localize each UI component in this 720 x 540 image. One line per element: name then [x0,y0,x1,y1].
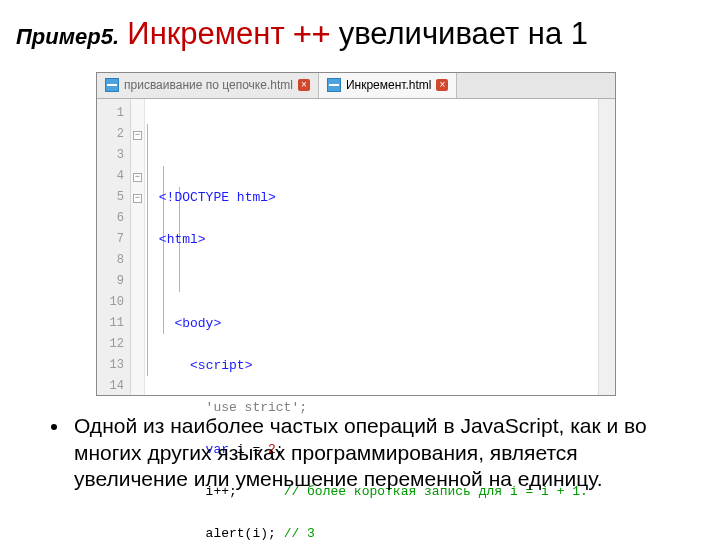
bullet-item: Одной из наиболее частых операций в Java… [70,413,690,492]
line-number: 13 [97,355,124,376]
line-number: 14 [97,376,124,397]
code-token: <!DOCTYPE html> [159,190,276,205]
tab-active-label: Инкремент.html [346,78,432,92]
code-area[interactable]: 1 2 3 4 5 6 7 8 9 10 11 12 13 14 − − − [97,99,615,395]
code-token: script [198,358,245,373]
title-prefix: Пример5. [16,24,119,49]
line-number: 6 [97,208,124,229]
code-token: < [159,232,167,247]
code-token: alert(i); [206,526,284,540]
bullet-text-block: Одной из наиболее частых операций в Java… [46,413,690,492]
fold-toggle-icon[interactable]: − [133,194,142,203]
svg-rect-3 [329,84,339,86]
close-icon[interactable]: × [436,79,448,91]
code-token: > [213,316,221,331]
code-token: > [198,232,206,247]
line-number: 8 [97,250,124,271]
html-file-icon [105,78,119,92]
svg-rect-1 [107,84,117,86]
html-file-icon [327,78,341,92]
line-number: 10 [97,292,124,313]
title-red-op: ++ [293,15,330,51]
title-rest: увеличивает на 1 [339,16,588,51]
line-number: 11 [97,313,124,334]
line-number: 3 [97,145,124,166]
line-number-gutter: 1 2 3 4 5 6 7 8 9 10 11 12 13 14 [97,99,131,395]
code-token: < [190,358,198,373]
line-number: 9 [97,271,124,292]
tab-active[interactable]: Инкремент.html × [319,73,458,98]
line-number: 1 [97,103,124,124]
code-editor: присваивание по цепочке.html × Инкремент… [96,72,616,396]
title-red-word: Инкремент [127,16,284,51]
close-icon[interactable]: × [298,79,310,91]
code-token: body [182,316,213,331]
fold-column: − − − [131,99,145,395]
scrollbar[interactable] [598,99,615,395]
slide-title: Пример5. Инкремент ++ увеличивает на 1 [0,0,720,58]
code-token: html [167,232,198,247]
fold-toggle-icon[interactable]: − [133,173,142,182]
indent-guide [147,124,148,376]
tabbar: присваивание по цепочке.html × Инкремент… [97,73,615,99]
line-number: 12 [97,334,124,355]
code-token: > [245,358,253,373]
code-token: // 3 [284,526,315,540]
line-number: 7 [97,229,124,250]
line-number: 2 [97,124,124,145]
tab-inactive-label: присваивание по цепочке.html [124,78,293,92]
line-number: 4 [97,166,124,187]
code-text[interactable]: <!DOCTYPE html> <html> <body> <script> '… [145,99,615,395]
fold-toggle-icon[interactable]: − [133,131,142,140]
tab-inactive[interactable]: присваивание по цепочке.html × [97,73,319,98]
line-number: 5 [97,187,124,208]
